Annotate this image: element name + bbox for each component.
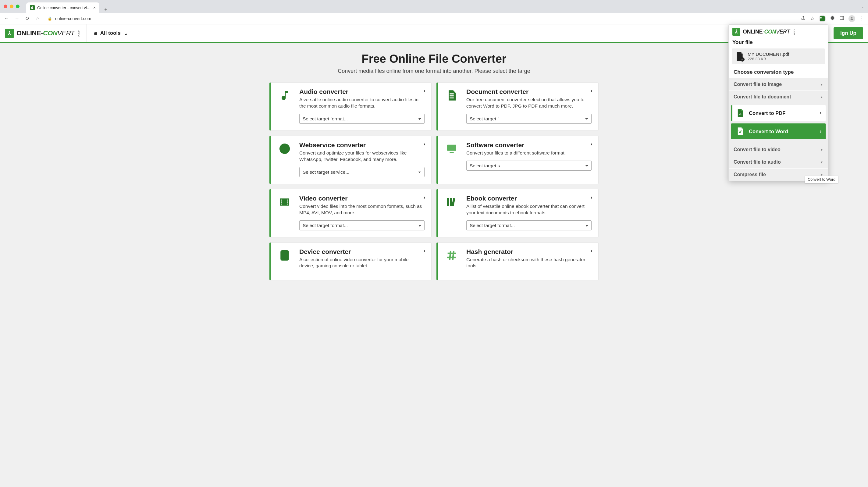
chevron-right-icon: › xyxy=(424,195,425,200)
card-desc: A list of versatile online ebook convert… xyxy=(466,203,592,216)
chevron-right-icon: › xyxy=(820,129,822,134)
card-desc: A versatile online audio converter to co… xyxy=(299,97,425,110)
sidepanel-icon[interactable] xyxy=(839,16,844,22)
film-icon xyxy=(277,195,292,231)
card-document-converter[interactable]: Document converter Our free document con… xyxy=(436,82,598,131)
all-tools-button[interactable]: ⊞ All tools ⌄ xyxy=(87,24,135,42)
svg-text:W: W xyxy=(739,130,742,134)
popup-logo: ONLINE-CONVERT .COM xyxy=(729,25,828,37)
maximize-window-button[interactable] xyxy=(16,5,20,8)
reload-button[interactable]: ⟳ xyxy=(24,16,30,21)
monitor-icon xyxy=(444,142,459,177)
card-title: Video converter xyxy=(299,195,425,202)
group-convert-image[interactable]: Convert file to image ▼ xyxy=(729,78,828,91)
svg-point-11 xyxy=(736,29,737,30)
svg-rect-7 xyxy=(447,198,449,206)
group-label: Convert file to audio xyxy=(734,159,781,165)
tab-close-icon[interactable]: × xyxy=(93,5,96,10)
forward-button[interactable]: → xyxy=(14,16,20,21)
logo-mark-icon xyxy=(5,29,14,38)
group-label: Convert file to image xyxy=(734,82,782,87)
svg-point-3 xyxy=(9,31,10,32)
logo-text: ONLINE-CONVERT xyxy=(17,29,75,37)
select-target-service[interactable]: Select target service... xyxy=(299,167,425,177)
group-convert-document[interactable]: Convert file to document ▲ xyxy=(729,91,828,103)
group-label: Convert file to video xyxy=(734,147,780,152)
select-target-software[interactable]: Select target s xyxy=(466,161,592,171)
file-row[interactable]: ✓ MY DOCUMENT.pdf 228.33 KB xyxy=(732,49,825,64)
share-icon[interactable] xyxy=(801,16,806,22)
tab-bar: Online converter - convert vide × + xyxy=(26,0,110,13)
card-title: Ebook converter xyxy=(466,195,592,202)
group-label: Compress file xyxy=(734,172,766,177)
minimize-window-button[interactable] xyxy=(10,5,13,8)
chevron-down-icon: ▼ xyxy=(820,148,823,151)
back-button[interactable]: ← xyxy=(4,16,10,21)
card-ebook-converter[interactable]: Ebook converter A list of versatile onli… xyxy=(436,189,598,237)
check-icon: ✓ xyxy=(740,57,745,62)
chevron-right-icon: › xyxy=(591,88,592,94)
option-convert-word[interactable]: W Convert to Word › xyxy=(731,123,826,139)
home-button[interactable]: ⌂ xyxy=(35,16,41,21)
card-title: Hash generator xyxy=(466,248,592,255)
svg-rect-5 xyxy=(447,145,456,151)
all-tools-label: All tools xyxy=(100,30,121,36)
select-target-format[interactable]: Select target format... xyxy=(299,220,425,231)
svg-rect-6 xyxy=(450,152,454,153)
profile-avatar-icon[interactable] xyxy=(848,15,855,22)
chevron-down-icon: ▼ xyxy=(820,161,823,164)
card-desc: A collection of online video converter f… xyxy=(299,256,425,269)
group-convert-audio[interactable]: Convert file to audio ▼ xyxy=(729,156,828,169)
bookmark-icon[interactable]: ☆ xyxy=(810,16,814,21)
tooltip: Convert to Word xyxy=(805,176,838,183)
tab-overflow-icon[interactable]: ⌄ xyxy=(861,4,864,8)
chevron-right-icon: › xyxy=(424,142,425,147)
browser-tab-active[interactable]: Online converter - convert vide × xyxy=(26,2,99,13)
tablet-icon xyxy=(277,248,292,274)
choose-type-heading: Choose conversion type xyxy=(729,68,828,78)
card-webservice-converter[interactable]: Webservice converter Convert and optimiz… xyxy=(270,135,432,184)
logo-com: .COM xyxy=(793,29,796,35)
chevron-right-icon: › xyxy=(424,88,425,94)
select-target-format[interactable]: Select target f xyxy=(466,114,592,124)
chevron-down-icon: ⌄ xyxy=(124,30,128,37)
extension-oc-icon[interactable]: ⬘ xyxy=(818,15,826,22)
file-size: 228.33 KB xyxy=(748,57,789,61)
logo-mark-icon xyxy=(733,28,740,36)
card-software-converter[interactable]: Software converter Convert your files to… xyxy=(436,135,598,184)
browser-toolbar: ← → ⟳ ⌂ 🔒 online-convert.com ☆ ⬘ ⋮ xyxy=(0,13,868,24)
menu-icon[interactable]: ⋮ xyxy=(860,16,864,21)
grid-icon: ⊞ xyxy=(94,31,97,36)
file-name: MY DOCUMENT.pdf xyxy=(748,52,789,57)
option-convert-pdf[interactable]: 人 Convert to PDF › xyxy=(731,105,826,121)
new-tab-button[interactable]: + xyxy=(102,6,110,13)
chevron-right-icon: › xyxy=(424,248,425,253)
extensions-icon[interactable] xyxy=(830,16,835,22)
signup-button[interactable]: ign Up xyxy=(834,27,863,39)
card-desc: Convert video files into the most common… xyxy=(299,203,425,216)
card-desc: Convert your files to a different softwa… xyxy=(466,150,592,156)
word-file-icon: W xyxy=(737,127,744,135)
card-hash-generator[interactable]: Hash generator Generate a hash or checks… xyxy=(436,242,598,281)
card-device-converter[interactable]: Device converter A collection of online … xyxy=(270,242,432,281)
card-video-converter[interactable]: Video converter Convert video files into… xyxy=(270,189,432,237)
select-target-format[interactable]: Select target format... xyxy=(299,114,425,124)
converter-cards-grid: Audio converter A versatile online audio… xyxy=(233,82,635,280)
card-desc: Generate a hash or checksum with these h… xyxy=(466,256,592,269)
site-logo[interactable]: ONLINE-CONVERT .COM xyxy=(5,29,81,38)
svg-point-10 xyxy=(284,258,285,259)
card-desc: Our free document converter selection th… xyxy=(466,97,592,110)
select-target-format[interactable]: Select target format... xyxy=(466,220,592,231)
card-title: Audio converter xyxy=(299,88,425,95)
tab-title: Online converter - convert vide xyxy=(37,5,91,10)
chevron-right-icon: › xyxy=(591,195,592,200)
url-text: online-convert.com xyxy=(55,16,91,21)
chevron-up-icon: ▲ xyxy=(820,95,823,99)
option-label: Convert to Word xyxy=(749,129,788,134)
card-audio-converter[interactable]: Audio converter A versatile online audio… xyxy=(270,82,432,131)
document-options: 人 Convert to PDF › W Convert to Word › xyxy=(729,103,828,144)
address-bar[interactable]: 🔒 online-convert.com xyxy=(45,16,797,21)
group-convert-video[interactable]: Convert file to video ▼ xyxy=(729,144,828,156)
document-icon xyxy=(444,88,459,124)
close-window-button[interactable] xyxy=(4,5,7,8)
